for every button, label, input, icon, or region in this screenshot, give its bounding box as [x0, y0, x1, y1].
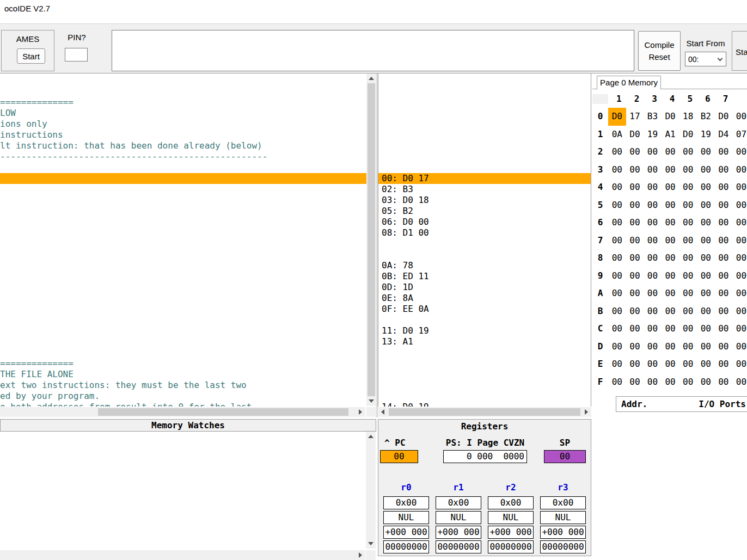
disassembly-panel[interactable]: 00: D0 1702: B303: D0 1805: B206: D0 000… — [378, 73, 591, 407]
source-line[interactable] — [0, 325, 366, 336]
scroll-right-arrow-icon[interactable] — [581, 407, 591, 417]
scroll-up-arrow-icon[interactable] — [366, 432, 376, 441]
memory-cell[interactable]: 00 — [697, 303, 715, 321]
memory-cell[interactable]: 00 — [697, 232, 715, 250]
memory-cell[interactable]: 00 — [626, 303, 644, 321]
disasm-line[interactable]: 0D: 1D — [378, 282, 591, 293]
source-line[interactable]: THE FILE ALONE — [0, 369, 366, 380]
memory-cell[interactable]: 00 — [662, 373, 679, 391]
source-line[interactable]: ============== — [0, 358, 366, 369]
source-line[interactable] — [0, 315, 366, 325]
memory-cell[interactable]: 00 — [626, 232, 644, 250]
memory-cell[interactable]: 00 — [697, 355, 715, 373]
source-line[interactable]: ions only — [0, 119, 366, 130]
memory-cell[interactable]: 00 — [715, 214, 733, 232]
memory-cell[interactable]: 00 — [732, 355, 747, 373]
memory-cell[interactable]: 00 — [662, 179, 679, 196]
memory-cell[interactable]: D0 — [626, 126, 644, 144]
memory-cell[interactable]: 00 — [679, 249, 697, 267]
memory-cell[interactable]: 00 — [679, 303, 697, 321]
disasm-line[interactable] — [378, 108, 591, 119]
pin-input[interactable] — [65, 48, 88, 61]
disasm-line[interactable]: 11: D0 19 — [378, 325, 591, 336]
source-line[interactable] — [0, 173, 366, 184]
scroll-right-arrow-icon[interactable] — [356, 407, 365, 417]
source-line[interactable] — [0, 206, 366, 217]
register-r3-binary[interactable]: 00000000 — [540, 540, 586, 553]
source-editor[interactable]: ==============LOWions onlyinstructionslt… — [0, 73, 366, 407]
memory-cell[interactable]: 00 — [697, 267, 715, 285]
memory-cell[interactable]: 00 — [608, 267, 626, 285]
memory-cell[interactable]: 00 — [732, 214, 747, 232]
disasm-line[interactable] — [378, 140, 591, 151]
memory-cell[interactable]: 00 — [679, 179, 697, 196]
memory-cell[interactable]: 00 — [608, 143, 626, 161]
memory-cell[interactable]: D0 — [662, 108, 679, 126]
memory-cell[interactable]: 00 — [697, 338, 715, 356]
memory-cell[interactable]: 00 — [697, 161, 715, 179]
memory-cell[interactable]: 00 — [679, 285, 697, 303]
memory-cell[interactable]: 00 — [644, 214, 662, 232]
register-r3-decimal[interactable]: +000 000 — [540, 526, 586, 539]
source-line[interactable] — [0, 195, 366, 206]
source-line[interactable] — [0, 217, 366, 227]
memory-cell[interactable]: 00 — [662, 143, 679, 161]
memory-cell[interactable]: 00 — [644, 355, 662, 373]
disasm-line[interactable] — [378, 162, 591, 173]
memory-cell[interactable]: 00 — [626, 196, 644, 214]
compile-reset-button[interactable]: Compile Reset — [638, 31, 681, 71]
memory-cell[interactable]: 00 — [732, 143, 747, 161]
memory-cell[interactable]: 00 — [662, 285, 679, 303]
memory-cell[interactable]: 00 — [626, 214, 644, 232]
memory-cell[interactable]: 00 — [715, 196, 733, 214]
memory-cell[interactable]: 00 — [715, 232, 733, 250]
register-r0-hex[interactable]: 0x00 — [383, 496, 429, 509]
memory-cell[interactable]: 0A — [608, 126, 626, 144]
disasm-line[interactable] — [378, 391, 591, 402]
memory-cell[interactable]: 00 — [732, 161, 747, 179]
memory-cell[interactable]: 00 — [679, 267, 697, 285]
disasm-line[interactable]: 08: D1 00 — [378, 227, 591, 238]
disasm-line[interactable] — [378, 380, 591, 391]
source-line[interactable]: ext two instructions: they must be the l… — [0, 380, 366, 391]
memory-cell[interactable]: 00 — [644, 143, 662, 161]
disasm-line[interactable]: 0A: 78 — [378, 260, 591, 271]
memory-cell[interactable]: 00 — [697, 285, 715, 303]
tab-page0-memory[interactable]: Page 0 Memory — [597, 76, 661, 89]
memory-cell[interactable]: 00 — [662, 267, 679, 285]
register-r0-decimal[interactable]: +000 000 — [383, 526, 429, 539]
watches-horizontal-scrollbar[interactable] — [0, 550, 365, 560]
memory-cell[interactable]: 00 — [662, 303, 679, 321]
memory-cell[interactable]: 00 — [626, 267, 644, 285]
disasm-line[interactable]: 0E: 8A — [378, 293, 591, 304]
memory-cell[interactable]: 00 — [697, 143, 715, 161]
register-r2-binary[interactable]: 00000000 — [488, 540, 534, 553]
memory-cell[interactable]: 00 — [644, 232, 662, 250]
ames-start-button[interactable]: Start — [17, 48, 45, 64]
ps-value[interactable]: 0 000 0000 — [443, 450, 527, 463]
disasm-line[interactable]: 0F: EE 0A — [378, 304, 591, 315]
memory-cell[interactable]: B2 — [697, 108, 715, 126]
scroll-down-arrow-icon[interactable] — [366, 396, 376, 406]
disasm-line[interactable]: 06: D0 00 — [378, 217, 591, 227]
memory-cell[interactable]: 07 — [732, 126, 747, 144]
memory-cell[interactable]: D0 — [715, 108, 733, 126]
source-horizontal-scrollbar[interactable] — [0, 407, 365, 417]
memory-cell[interactable]: 00 — [608, 249, 626, 267]
disasm-horizontal-scrollbar[interactable] — [378, 407, 591, 417]
scroll-right-arrow-icon[interactable] — [356, 550, 365, 560]
source-line[interactable]: ed by your program. — [0, 391, 366, 402]
memory-cell[interactable]: 00 — [662, 214, 679, 232]
disasm-line[interactable]: 0B: ED 11 — [378, 271, 591, 282]
memory-cell[interactable]: 00 — [644, 267, 662, 285]
disasm-line[interactable] — [378, 238, 591, 249]
memory-cell[interactable]: 00 — [697, 373, 715, 391]
register-r0-binary[interactable]: 00000000 — [383, 540, 429, 553]
memory-cell[interactable]: A1 — [662, 126, 679, 144]
start-from-dropdown[interactable]: 00: — [685, 52, 726, 66]
source-line[interactable]: ----------------------------------------… — [0, 151, 366, 162]
disasm-line[interactable] — [378, 75, 591, 86]
disasm-line[interactable] — [378, 119, 591, 130]
memory-cell[interactable]: 00 — [732, 320, 747, 338]
memory-cell[interactable]: 00 — [732, 338, 747, 356]
